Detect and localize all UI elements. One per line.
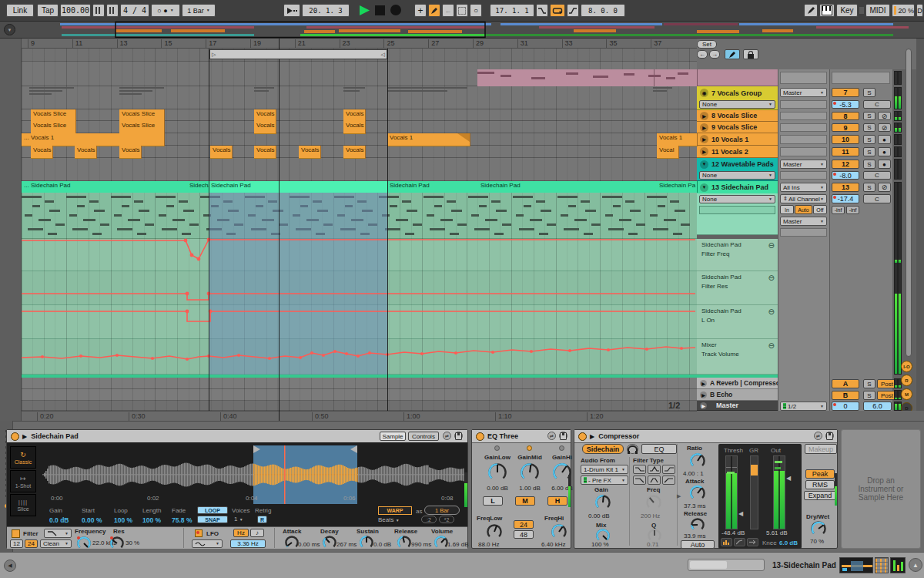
band-l-button[interactable]: L (483, 496, 503, 506)
beat-time-ruler[interactable]: 91113151719212325272931333537 (22, 39, 697, 49)
nudge-up-button[interactable] (106, 4, 119, 17)
gain-mid-knob[interactable] (520, 462, 540, 482)
comp-release-value[interactable]: 33.9 ms (684, 533, 705, 539)
mixer-section-toggle[interactable]: M (901, 388, 912, 400)
sc-gain-knob[interactable] (594, 494, 611, 511)
track-header-midi[interactable] (697, 69, 778, 86)
solo-button-9[interactable]: S (863, 123, 875, 132)
unfold-icon[interactable]: ▶ (700, 112, 708, 120)
ratio-value[interactable]: 4.00 : 1 (683, 470, 704, 477)
device-drop-zone[interactable]: Drop an Instrument or Sample Here (841, 429, 921, 549)
output-value[interactable]: 5.61 dB (766, 529, 788, 536)
return-b-letter[interactable]: B (832, 391, 859, 400)
lfo-enable-led[interactable] (195, 529, 203, 537)
lane-header-filter-freq[interactable]: Sidechain PadFilter Freq⊖ (697, 239, 778, 271)
reenable-automation-button[interactable]: ← (442, 4, 454, 17)
input-select-sidechain[interactable]: All Ins▼ (780, 183, 827, 192)
filter-highpass-button[interactable] (662, 476, 675, 485)
slope-24-button[interactable]: 24 (25, 539, 38, 548)
expand-mode-button[interactable]: Expand (804, 491, 836, 500)
makeup-toggle[interactable]: Makeup (805, 444, 837, 454)
returns-section-toggle[interactable]: R (901, 375, 912, 386)
solo-button-return-a[interactable]: S (863, 379, 875, 388)
show-hide-chain-button[interactable]: ◀ (4, 560, 16, 572)
mode-oneshot-tab[interactable]: ↦1-Shot (10, 470, 36, 492)
sc-gain-value[interactable]: 0.00 dB (588, 512, 610, 519)
filter-circuit-select[interactable]: Clean▼ (40, 539, 72, 548)
lfo-sync-button[interactable]: ♪ (250, 529, 264, 537)
unfold-icon[interactable]: ▶ (700, 147, 708, 156)
overdub-button[interactable]: + (414, 4, 427, 17)
set-locator-button[interactable]: Set (697, 40, 717, 49)
lfo-shape-select[interactable]: ▼ (192, 539, 223, 548)
draw-mode-button[interactable] (804, 4, 818, 17)
punch-in-button[interactable] (536, 4, 548, 17)
arrangement-position-field[interactable]: 20. 1. 3 (302, 4, 350, 17)
unfold-icon[interactable]: ▶ (700, 135, 708, 143)
capture-midi-button[interactable] (456, 4, 468, 17)
master-header[interactable]: ▶Master (697, 401, 778, 411)
comp-release-knob[interactable] (690, 517, 705, 533)
meter-peak-right[interactable]: -inf (846, 206, 859, 214)
arm-button-12[interactable]: ● (878, 160, 891, 169)
warp-length-pill[interactable]: 1 Bar (424, 506, 460, 515)
arm-button-13[interactable]: ⊘ (878, 183, 891, 192)
solo-button-12[interactable]: S (863, 160, 875, 169)
time-ruler[interactable]: 0:200:300:400:501:001:101:20 (22, 411, 697, 421)
band-m-button[interactable]: M (515, 496, 535, 506)
remove-lane-icon[interactable]: ⊖ (768, 274, 775, 282)
nudge-down-button[interactable] (92, 4, 105, 17)
loop-start-field[interactable]: 17. 1. 1 (490, 4, 534, 17)
unfold-device-icon[interactable]: ▶ (590, 433, 594, 440)
decay-knob[interactable] (322, 535, 337, 550)
freq-hi-value[interactable]: 6.40 kHz (541, 541, 566, 548)
freq-low-value[interactable]: 88.0 Hz (478, 541, 500, 548)
meter-peak-left[interactable]: -inf (832, 206, 845, 214)
arm-button-10[interactable]: ● (878, 135, 891, 144)
attack-knob[interactable] (284, 535, 300, 550)
volume-knob[interactable] (434, 535, 449, 550)
master-pan-field[interactable]: 6.0 (863, 402, 892, 411)
filter-bell-button[interactable] (648, 465, 661, 474)
arm-button-11[interactable]: ● (878, 147, 891, 156)
loop-length-field[interactable]: 8. 0. 0 (581, 4, 625, 17)
prev-locator-button[interactable]: ← (697, 50, 708, 59)
sc-freq-knob[interactable] (645, 494, 662, 511)
sidechain-eq-toggle[interactable]: EQ (641, 444, 677, 454)
lane-header-track-volume[interactable]: MixerTrack Volume⊖ (697, 339, 778, 375)
sidechain-toggle[interactable]: Sidechain (582, 444, 624, 454)
monitor-off-button[interactable]: Off (813, 205, 827, 214)
retrig-button[interactable]: R (257, 516, 267, 523)
solo-button-7[interactable]: S (863, 88, 875, 97)
stop-button[interactable] (375, 5, 385, 15)
lfo-hz-button[interactable]: Hz (233, 529, 249, 537)
fold-down-icon[interactable]: ▼ (700, 160, 708, 169)
solo-button-return-b[interactable]: S (863, 391, 875, 400)
fold-down-icon[interactable]: ▼ (700, 183, 708, 192)
device-on-led[interactable] (11, 432, 19, 441)
master-output-select[interactable]: 1/2▼ (780, 402, 827, 411)
arm-button-8[interactable]: ⊘ (878, 112, 891, 120)
pan-field-7[interactable]: C (863, 100, 891, 109)
lane-header-l-on[interactable]: Sidechain PadL On⊖ (697, 305, 778, 339)
voices-select[interactable]: 1 ▼ (234, 516, 243, 523)
monitor-auto-button[interactable]: Auto (795, 205, 812, 214)
warp-mode-select[interactable]: Beats ▼ (378, 516, 400, 523)
solo-button-8[interactable]: S (863, 112, 875, 120)
filter-highshelf-button[interactable] (662, 465, 675, 474)
peak-mode-button[interactable]: Peak (805, 469, 835, 479)
tab-sample[interactable]: Sample (380, 432, 406, 441)
volume-field-7[interactable]: -5.3 (832, 100, 859, 109)
io-section-toggle[interactable]: I-O (901, 361, 912, 372)
attack-value[interactable]: 0.00 ms (298, 541, 320, 548)
listen-button[interactable] (627, 444, 638, 454)
vertical-scrollbar[interactable] (906, 49, 912, 357)
tab-controls[interactable]: Controls (408, 432, 439, 441)
master-volume-field[interactable]: 0 (832, 402, 859, 411)
device-chain-thumbnail-eq[interactable] (875, 557, 889, 573)
midi-map-button[interactable]: MIDI (865, 4, 890, 17)
sc-freq-value[interactable]: 200 Hz (641, 512, 660, 519)
freq-hi-knob[interactable] (551, 523, 567, 540)
decay-value[interactable]: 267 ms (336, 541, 357, 548)
filter-lowpass-button[interactable] (633, 476, 646, 485)
